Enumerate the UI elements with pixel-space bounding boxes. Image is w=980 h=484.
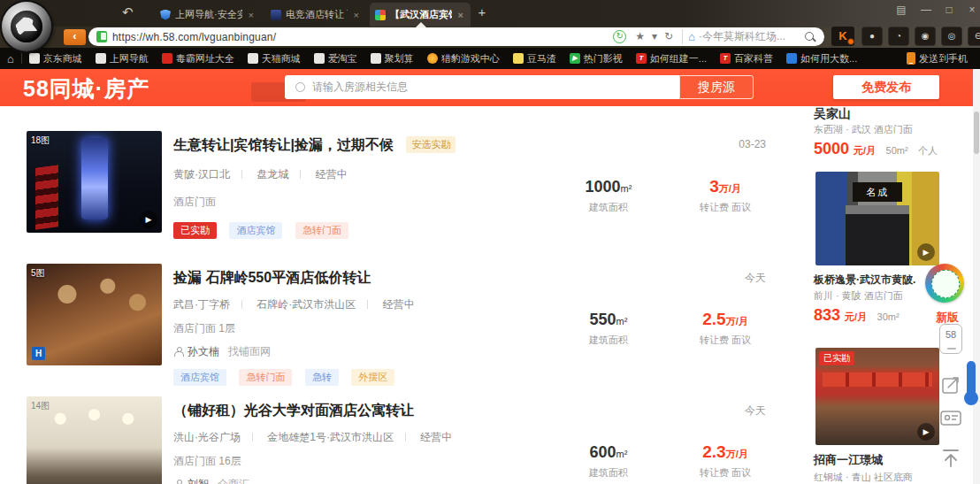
page-icon — [786, 53, 797, 64]
browser-logo-icon[interactable] — [2, 2, 51, 51]
bookmark-video[interactable]: ▶热门影视 — [570, 52, 623, 65]
surveyed-tag: 已实勘 — [819, 351, 854, 365]
toutiao-icon: T — [636, 53, 647, 64]
search-icon — [295, 82, 305, 92]
doc-icon — [513, 53, 524, 64]
sidebar-item-price-row: 5000 元/月 50m² 个人 — [814, 140, 938, 158]
url-text[interactable]: https://wh.58.com/lvguanbinguan/ — [112, 31, 276, 43]
secure-page-icon — [96, 31, 107, 42]
extension-button-4[interactable]: ◎ — [941, 27, 962, 46]
tab-history-back-icon[interactable]: ↶ — [122, 4, 134, 20]
new-tab-button[interactable]: + — [474, 4, 490, 19]
person-icon — [173, 347, 183, 357]
sidebar-photo[interactable]: 名成 ▶ — [815, 172, 939, 265]
card-icon[interactable] — [939, 411, 962, 426]
close-window-button[interactable]: × — [962, 2, 980, 18]
listing-title[interactable]: 捡漏 石牌岭550平酒店低价转让 — [173, 270, 371, 285]
browser-tab-2[interactable]: 电竞酒店转让 百度... × — [265, 3, 366, 27]
bookmark-jd[interactable]: 京东商城 — [29, 52, 82, 65]
area-column: 1000m² 建筑面积 — [575, 178, 642, 214]
sidebar-item-title[interactable]: 吴家山 — [814, 106, 851, 122]
skin-button[interactable]: ▤ — [892, 2, 911, 18]
person-icon — [173, 480, 183, 484]
sidebar-item-meta: 红钢城 · 青山 社区底商 — [814, 471, 913, 484]
price-column: 3万/月 转让费 面议 — [683, 177, 768, 214]
free-publish-button[interactable]: 免费发布 — [833, 75, 939, 99]
favorite-star-icon[interactable]: ★ — [635, 27, 645, 46]
search-house-button[interactable]: 搜房源 — [679, 75, 754, 99]
app-qr-button[interactable]: 58 — [939, 324, 962, 354]
page-icon — [248, 53, 258, 64]
close-icon[interactable]: × — [352, 10, 361, 20]
home-icon[interactable]: ⌂ — [7, 52, 14, 65]
sidebar-item-meta: 前川 · 黄陂 酒店门面 — [814, 289, 903, 303]
bookmark-duba[interactable]: 毒霸网址大全 — [162, 52, 234, 65]
play-icon[interactable]: ▶ — [140, 211, 157, 228]
feedback-edit-icon[interactable] — [939, 375, 962, 395]
listing-tags: 酒店宾馆 急转门面 急转 外摆区 — [173, 368, 563, 386]
sidebar-photo[interactable]: 已实勘 ▶ — [815, 348, 939, 445]
listing-title[interactable]: 生意转让|宾馆转让|捡漏，过期不候 — [173, 137, 394, 152]
browser-tab-3-active[interactable]: 【武汉酒店宾馆商铺 × — [370, 3, 471, 27]
bookmark-doc[interactable]: 豆马渣 — [513, 52, 556, 65]
play-icon[interactable]: ▶ — [917, 423, 935, 441]
listing-title[interactable]: （铺好租）光谷大学对面酒店公寓转让 — [173, 403, 414, 418]
listing-row-3[interactable]: 14图 （铺好租）光谷大学对面酒店公寓转让 洪山·光谷广场 金地雄楚1号·武汉市… — [0, 396, 800, 484]
notification-dot — [847, 38, 854, 45]
shop-sign: 名成 — [853, 182, 902, 202]
search-icon[interactable] — [805, 32, 815, 42]
browser-tab-1[interactable]: 上网导航·安全实用... × — [155, 3, 261, 27]
site-logo[interactable]: 58同城·房产 — [23, 74, 149, 104]
listing-thumbnail[interactable]: 14图 — [27, 396, 162, 484]
refresh-icon[interactable]: ↻ — [664, 27, 673, 46]
extension-button-5[interactable]: ⊖ — [968, 27, 980, 46]
back-to-top-button[interactable] — [939, 448, 962, 469]
price-column: 2.3万/月 转让费 面议 — [683, 442, 768, 480]
listing-thumbnail[interactable]: 5图 H — [27, 264, 162, 365]
screen: ↶ 上网导航·安全实用... × 电竞酒店转让 百度... × 【武汉酒店宾馆商… — [0, 0, 980, 484]
bookmark-nav[interactable]: 上网导航 — [96, 52, 149, 65]
listing-meta: 武昌·丁字桥 石牌岭·武汉市洪山区 经营中 — [173, 297, 563, 312]
page-scrollbar-thumb[interactable] — [974, 111, 979, 154]
listing-row-1[interactable]: 18图 ▶ 生意转让|宾馆转让|捡漏，过期不候 安选实勘 黄陂·汉口北 盘龙城 … — [0, 131, 800, 264]
maximize-button[interactable]: □ — [939, 2, 959, 18]
tag-outdoor: 外摆区 — [351, 369, 394, 386]
sidebar-item-title[interactable]: 招商一江璟城 — [814, 452, 883, 468]
tag-urgent: 急转门面 — [295, 222, 348, 239]
sidebar-item-title[interactable]: 板桥逸景·武汉市黄陂. — [814, 273, 915, 288]
site-search-input[interactable]: 请输入房源相关信息 — [285, 75, 679, 99]
listing-row-2[interactable]: 5图 H 捡漏 石牌岭550平酒店低价转让 武昌·丁字桥 石牌岭·武汉市洪山区 … — [0, 264, 800, 396]
extension-button-2[interactable]: ◔ — [888, 27, 909, 46]
address-bar[interactable]: https://wh.58.com/lvguanbinguan/ ↻ ★ ▾ ↻… — [88, 27, 824, 46]
browser-search-input[interactable]: ·今年莫斯科红场... — [699, 29, 803, 44]
bookmark-toutiao-1[interactable]: T如何组建一... — [636, 52, 707, 65]
bookmark-taobao[interactable]: 爱淘宝 — [314, 52, 357, 65]
bookmark-bigdata[interactable]: 如何用大数... — [786, 52, 857, 65]
compat-mode-icon[interactable]: ↻ — [613, 30, 626, 43]
coin-icon — [427, 53, 438, 64]
listing-tags: 已实勘 酒店宾馆 急转门面 — [173, 221, 563, 239]
play-icon[interactable]: ▶ — [917, 243, 935, 261]
agent-row: 刘智 众商汇 — [173, 477, 563, 484]
sidebar-item-meta: 东西湖 · 武汉 酒店门面 — [814, 123, 913, 136]
agent-name: 刘智 — [188, 477, 209, 484]
extension-button-1[interactable]: ● — [861, 27, 883, 46]
close-icon[interactable]: × — [456, 10, 465, 20]
nav-back-button[interactable]: ‹ — [64, 29, 86, 45]
bookmark-juhuasuan[interactable]: 聚划算 — [371, 52, 414, 65]
agent-company: 众商汇 — [218, 477, 249, 484]
search-engine-icon[interactable]: ⌂ — [688, 30, 695, 43]
minimize-button[interactable]: — — [916, 2, 936, 18]
page-icon — [314, 53, 325, 64]
extension-button-3[interactable]: ◉ — [915, 27, 936, 46]
bookmark-toutiao-2[interactable]: T百家科普 — [720, 52, 773, 65]
listing-meta: 洪山·光谷广场 金地雄楚1号·武汉市洪山区 经营中 — [173, 430, 563, 445]
close-icon[interactable]: × — [247, 10, 256, 20]
listing-thumbnail[interactable]: 18图 ▶ — [27, 131, 162, 233]
photo-count-badge: 14图 — [31, 400, 50, 412]
phone-icon — [907, 52, 915, 65]
bookmark-tmall[interactable]: 天猫商城 — [248, 52, 301, 65]
bookmark-game-center[interactable]: 猎豹游戏中心 — [427, 52, 500, 65]
chevron-down-icon[interactable]: ▾ — [652, 27, 657, 46]
send-to-phone-button[interactable]: 发送到手机 — [907, 52, 968, 65]
